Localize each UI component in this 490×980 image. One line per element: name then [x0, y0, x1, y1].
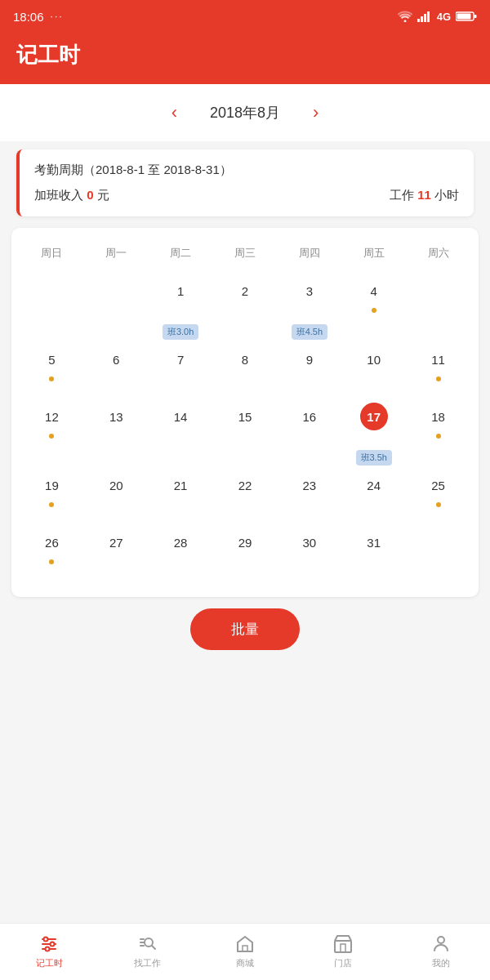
- svg-point-12: [46, 947, 50, 951]
- nav-item-wode[interactable]: 我的: [392, 924, 490, 980]
- svg-rect-1: [421, 16, 423, 22]
- shift-badge-3h: 班3.0h: [163, 324, 198, 340]
- weekday-wed: 周三: [213, 241, 278, 265]
- svg-line-14: [152, 946, 155, 949]
- cal-cell-19[interactable]: 19: [20, 466, 84, 523]
- work-hours: 工作 11 小时: [390, 188, 459, 203]
- cal-date-20: 20: [102, 471, 130, 499]
- cal-cell-9[interactable]: 9: [277, 341, 341, 398]
- cal-cell-8[interactable]: 8: [213, 341, 278, 398]
- wifi-icon: [398, 11, 412, 22]
- signal-icon: [417, 11, 432, 22]
- dot-indicator: [49, 502, 54, 507]
- cal-cell-27[interactable]: 27: [84, 523, 149, 581]
- cal-date-3: 3: [296, 277, 323, 305]
- prev-month-button[interactable]: ‹: [163, 99, 185, 127]
- status-bar: 18:06 ··· 4G: [0, 0, 490, 33]
- cal-cell-20[interactable]: 20: [84, 466, 149, 523]
- calendar-weekday-header: 周日 周一 周二 周三 周四 周五 周六: [20, 241, 470, 265]
- cal-cell-28[interactable]: 28: [149, 523, 213, 581]
- svg-rect-5: [457, 14, 471, 20]
- cal-cell-31[interactable]: 31: [341, 523, 406, 581]
- svg-rect-0: [417, 19, 420, 22]
- cal-date-28: 28: [167, 528, 194, 556]
- cal-date-7: 7: [167, 345, 194, 373]
- cal-cell-25[interactable]: 25: [406, 466, 470, 523]
- badge-cell-fri17: 班3.5h: [341, 442, 406, 466]
- weekday-sun: 周日: [20, 241, 84, 265]
- cal-date-4: 4: [360, 277, 388, 305]
- svg-point-10: [51, 942, 55, 947]
- cal-date-23: 23: [296, 471, 323, 499]
- nav-item-jigongshi[interactable]: 记工时: [0, 924, 98, 980]
- badge-empty: [277, 442, 341, 466]
- bottom-navigation: 记工时 找工作 商城 门店 我的: [0, 923, 490, 980]
- attendance-period: 考勤周期（2018-8-1 至 2018-8-31）: [34, 163, 459, 178]
- badge-empty: [406, 316, 470, 341]
- app-header: 记工时: [0, 33, 490, 84]
- badge-cell-thu: 班4.5h: [277, 316, 341, 341]
- dot-indicator: [372, 308, 376, 313]
- cal-date-13: 13: [102, 403, 130, 430]
- nav-item-zhaogongzuo[interactable]: 找工作: [98, 924, 196, 980]
- dot-indicator: [436, 434, 441, 439]
- batch-button[interactable]: 批量: [190, 608, 300, 650]
- weekday-tue: 周二: [149, 241, 213, 265]
- cal-cell-26[interactable]: 26: [20, 523, 84, 581]
- cal-date-8: 8: [231, 345, 259, 373]
- svg-rect-2: [424, 14, 426, 22]
- cal-date-19: 19: [38, 471, 65, 499]
- cal-cell-11[interactable]: 11: [406, 341, 470, 398]
- cal-date-9: 9: [296, 345, 323, 373]
- svg-point-8: [44, 938, 48, 942]
- nav-item-mendian[interactable]: 门店: [294, 924, 392, 980]
- svg-rect-19: [335, 941, 351, 952]
- attendance-stats: 加班收入 0 元 工作 11 小时: [34, 188, 459, 203]
- cal-cell-23[interactable]: 23: [277, 466, 341, 523]
- cal-date-26: 26: [38, 528, 65, 556]
- time-display: 18:06: [13, 10, 44, 24]
- svg-rect-3: [427, 11, 430, 22]
- cal-date-16: 16: [296, 403, 323, 430]
- calendar-week-4: 19 20 21 22 23 24 25: [20, 466, 470, 523]
- cal-date-10: 10: [360, 345, 388, 373]
- cal-date-22: 22: [231, 471, 259, 499]
- calendar-week-2: 5 6 7 8 9 10 11: [20, 341, 470, 398]
- svg-rect-18: [243, 946, 247, 951]
- cal-cell-22[interactable]: 22: [213, 466, 278, 523]
- cal-cell-30[interactable]: 30: [277, 523, 341, 581]
- nav-item-shangcheng[interactable]: 商城: [196, 924, 294, 980]
- cal-cell-6[interactable]: 6: [84, 341, 149, 398]
- badge-empty: [213, 316, 278, 341]
- list-search-icon: [137, 934, 157, 954]
- batch-action-area: 批量: [0, 608, 490, 650]
- cal-date-17-today: 17: [360, 403, 388, 430]
- status-dots: ···: [51, 11, 64, 22]
- cal-date-25: 25: [425, 471, 452, 499]
- cal-date-15: 15: [231, 403, 259, 430]
- cal-cell-empty-end: [406, 523, 470, 581]
- weekday-sat: 周六: [406, 241, 470, 265]
- cal-cell-24[interactable]: 24: [341, 466, 406, 523]
- calendar-badge-row-1: 班3.0h 班4.5h: [20, 316, 470, 341]
- network-type: 4G: [437, 11, 451, 23]
- next-month-button[interactable]: ›: [305, 99, 327, 127]
- overtime-income: 加班收入 0 元: [34, 188, 109, 203]
- cal-cell-7[interactable]: 7: [149, 341, 213, 398]
- svg-point-21: [438, 937, 444, 943]
- status-right: 4G: [398, 11, 477, 23]
- dot-indicator: [49, 559, 54, 564]
- cal-cell-10[interactable]: 10: [341, 341, 406, 398]
- cal-date-12: 12: [38, 403, 65, 430]
- cal-cell-21[interactable]: 21: [149, 466, 213, 523]
- dot-indicator: [436, 376, 441, 381]
- cal-date-2: 2: [231, 277, 259, 305]
- badge-empty: [20, 442, 84, 466]
- dot-indicator: [49, 434, 54, 439]
- badge-empty: [20, 316, 84, 341]
- cal-cell-5[interactable]: 5: [20, 341, 84, 398]
- badge-cell-tue: 班3.0h: [149, 316, 213, 341]
- cal-cell-29[interactable]: 29: [213, 523, 278, 581]
- cal-date-31: 31: [360, 528, 388, 556]
- calendar-week-5: 26 27 28 29 30 31: [20, 523, 470, 581]
